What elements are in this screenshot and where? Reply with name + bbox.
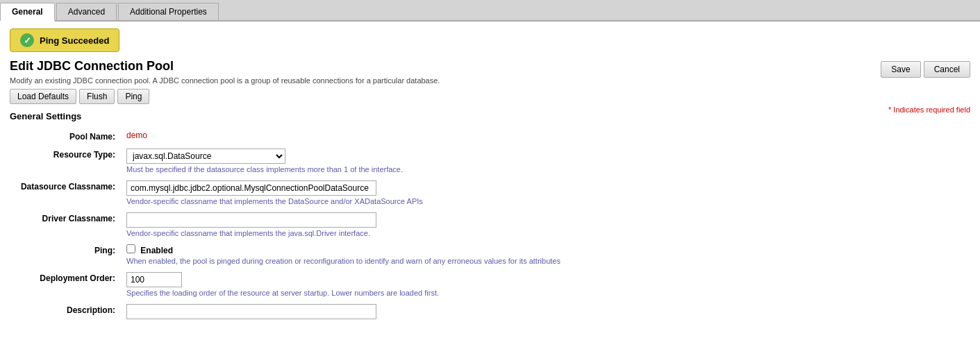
- deployment-order-hint: Specifies the loading order of the resou…: [126, 289, 965, 297]
- ping-value-cell: Enabled When enabled, the pool is pinged…: [121, 241, 970, 269]
- save-button[interactable]: Save: [881, 61, 920, 78]
- deployment-order-row: Deployment Order: Specifies the loading …: [10, 269, 970, 301]
- pool-name-text: demo: [126, 130, 147, 140]
- general-settings-heading: General Settings: [10, 111, 970, 121]
- datasource-classname-input[interactable]: [126, 180, 376, 196]
- flush-button[interactable]: Flush: [79, 89, 115, 104]
- resource-type-hint: Must be specified if the datasource clas…: [126, 165, 965, 174]
- settings-form: Pool Name: demo Resource Type: javax.sql…: [10, 127, 970, 323]
- check-icon: ✓: [20, 33, 34, 47]
- ping-checkbox-label: Enabled: [140, 246, 173, 255]
- datasource-classname-row: Datasource Classname: Vendor-specific cl…: [10, 177, 970, 209]
- ping-success-banner: ✓ Ping Succeeded: [10, 28, 119, 52]
- ping-checkbox-row: Enabled: [126, 244, 965, 255]
- main-content: ✓ Ping Succeeded Edit JDBC Connection Po…: [0, 22, 980, 330]
- datasource-classname-value-cell: Vendor-specific classname that implement…: [121, 177, 970, 209]
- ping-button[interactable]: Ping: [117, 89, 149, 104]
- resource-type-value-cell: javax.sql.DataSource javax.sql.XADataSou…: [121, 145, 970, 177]
- resource-type-row: Resource Type: javax.sql.DataSource java…: [10, 145, 970, 177]
- load-defaults-button[interactable]: Load Defaults: [10, 89, 76, 104]
- ping-banner-text: Ping Succeeded: [40, 35, 109, 46]
- tab-general[interactable]: General: [0, 3, 55, 22]
- deployment-order-label: Deployment Order:: [10, 269, 121, 301]
- ping-checkbox[interactable]: [126, 244, 135, 253]
- deployment-order-value-cell: Specifies the loading order of the resou…: [121, 269, 970, 301]
- page-title: Edit JDBC Connection Pool: [10, 59, 970, 74]
- description-input[interactable]: [126, 304, 376, 319]
- pool-name-value: demo: [121, 127, 970, 145]
- tab-bar: General Advanced Additional Properties: [0, 0, 980, 22]
- cancel-button[interactable]: Cancel: [924, 61, 970, 78]
- deployment-order-input[interactable]: [126, 272, 182, 287]
- driver-classname-value-cell: Vendor-specific classname that implement…: [121, 209, 970, 241]
- tab-advanced[interactable]: Advanced: [56, 3, 117, 20]
- driver-classname-label: Driver Classname:: [10, 209, 121, 241]
- page-description: Modify an existing JDBC connection pool.…: [10, 76, 970, 85]
- top-right-buttons: Save Cancel: [881, 61, 970, 78]
- driver-classname-hint: Vendor-specific classname that implement…: [126, 229, 965, 237]
- ping-label: Ping:: [10, 241, 121, 269]
- action-buttons: Load Defaults Flush Ping: [10, 89, 970, 104]
- description-label: Description:: [10, 301, 121, 323]
- description-row: Description:: [10, 301, 970, 323]
- resource-type-select-wrapper: javax.sql.DataSource javax.sql.XADataSou…: [126, 149, 285, 164]
- pool-name-row: Pool Name: demo: [10, 127, 970, 145]
- description-value-cell: [121, 301, 970, 323]
- datasource-classname-label: Datasource Classname:: [10, 177, 121, 209]
- resource-type-label: Resource Type:: [10, 145, 121, 177]
- pool-name-label: Pool Name:: [10, 127, 121, 145]
- tab-additional-properties[interactable]: Additional Properties: [118, 3, 219, 20]
- datasource-classname-hint: Vendor-specific classname that implement…: [126, 197, 965, 205]
- resource-type-select[interactable]: javax.sql.DataSource javax.sql.XADataSou…: [126, 149, 285, 164]
- driver-classname-input[interactable]: [126, 212, 376, 228]
- driver-classname-row: Driver Classname: Vendor-specific classn…: [10, 209, 970, 241]
- ping-hint: When enabled, the pool is pinged during …: [126, 257, 965, 265]
- required-field-note: * Indicates required field: [888, 105, 970, 114]
- ping-row: Ping: Enabled When enabled, the pool is …: [10, 241, 970, 269]
